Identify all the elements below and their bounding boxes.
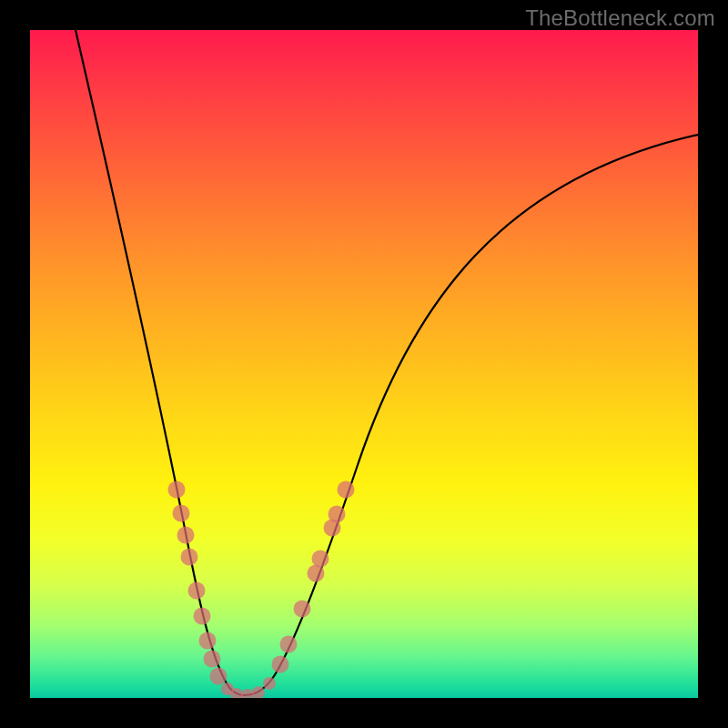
bead [199, 632, 217, 650]
bead [272, 656, 289, 673]
bead [312, 551, 329, 568]
bead [294, 601, 311, 618]
beads-group [168, 481, 355, 699]
bead [210, 668, 228, 685]
bead [173, 505, 190, 522]
watermark-text: TheBottleneck.com [525, 5, 715, 31]
bead [204, 651, 221, 668]
bead [181, 549, 198, 566]
chart-frame: TheBottleneck.com [0, 0, 728, 728]
bead [241, 689, 254, 698]
bead [280, 636, 298, 653]
bead [177, 527, 195, 544]
bottleneck-curve [76, 30, 698, 695]
bead [338, 481, 355, 499]
plot-area [30, 30, 698, 698]
bead [263, 677, 276, 690]
bead [329, 506, 346, 523]
bead [168, 481, 186, 499]
plot-svg [30, 30, 698, 698]
bead [188, 582, 206, 600]
bead [194, 608, 211, 625]
